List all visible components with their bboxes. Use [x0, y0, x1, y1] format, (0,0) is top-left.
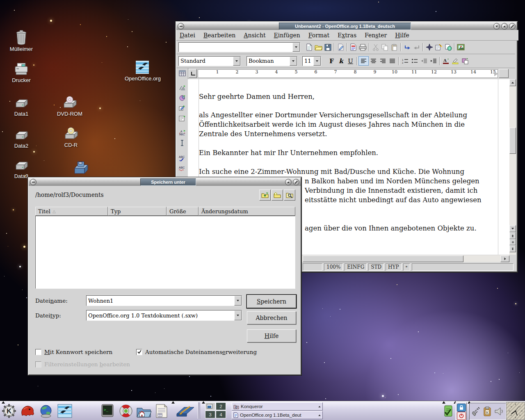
- maximize-button[interactable]: [501, 23, 508, 30]
- menu-extras[interactable]: Extras: [338, 32, 356, 39]
- pager-desktop-2[interactable]: 2: [216, 402, 226, 410]
- pager-desktop-1[interactable]: [205, 402, 215, 410]
- cancel-button[interactable]: Abbrechen: [247, 311, 296, 324]
- menu-datei[interactable]: Datei: [180, 32, 195, 39]
- save-confirm-button[interactable]: Speichern: [247, 295, 296, 308]
- desktop-icon-data3[interactable]: Data3: [4, 160, 39, 179]
- align-right-button[interactable]: [378, 57, 388, 65]
- dialog-close-button[interactable]: [293, 179, 299, 185]
- insert-object-button[interactable]: [178, 94, 187, 102]
- menu-bearbeiten[interactable]: Bearbeiten: [203, 32, 235, 39]
- edit-file-button[interactable]: [336, 43, 345, 52]
- desktop-icon-trash[interactable]: Mülleimer: [4, 29, 39, 52]
- help-button[interactable]: Hilfe: [247, 329, 296, 342]
- minimize-button[interactable]: [493, 23, 500, 30]
- autotext-button[interactable]: AABC: [178, 128, 187, 137]
- file-list[interactable]: Titel△ Typ Größe Änderungsdatum: [35, 207, 295, 289]
- desktop-icon-openoffice[interactable]: OpenOffice.org: [125, 60, 160, 82]
- susewatcher-tray-icon[interactable]: [442, 403, 454, 419]
- status-insert-mode[interactable]: EINFG: [345, 263, 367, 271]
- align-left-button[interactable]: [358, 56, 369, 66]
- browser-globe-button[interactable]: [38, 403, 54, 419]
- pager-desktop-3[interactable]: 3: [205, 411, 215, 418]
- home-folder-launcher[interactable]: [136, 403, 152, 419]
- status-selection-mode[interactable]: STD: [368, 263, 384, 271]
- font-value[interactable]: Bookman: [247, 57, 290, 65]
- clock-applet[interactable]: [506, 402, 525, 420]
- redo-button[interactable]: [412, 43, 421, 52]
- previous-page-button[interactable]: [509, 232, 516, 239]
- paste-button[interactable]: [390, 43, 399, 52]
- kword-launcher[interactable]: [176, 403, 195, 419]
- task-expand-icon[interactable]: [318, 414, 321, 416]
- font-color-button[interactable]: A: [441, 57, 451, 65]
- create-directory-button[interactable]: [272, 189, 283, 201]
- dragon-app-button[interactable]: [19, 403, 35, 419]
- spellcheck-button[interactable]: ABC: [178, 154, 187, 162]
- open-button[interactable]: [314, 43, 323, 52]
- status-zoom[interactable]: 100%: [324, 263, 343, 271]
- fontsize-dropdown-button[interactable]: [313, 57, 321, 66]
- draw-functions-button[interactable]: [178, 104, 187, 112]
- window-menu-button[interactable]: [178, 23, 184, 30]
- url-value[interactable]: [179, 46, 292, 48]
- level-up-button[interactable]: [259, 189, 271, 201]
- insert-section-button[interactable]: [178, 83, 187, 92]
- font-combobox[interactable]: Bookman: [247, 56, 297, 66]
- task-expand-icon[interactable]: [318, 406, 321, 407]
- task-konqueror[interactable]: Konqueror: [232, 402, 323, 411]
- filetype-value[interactable]: OpenOffice.org 1.0 Textdokument (.sxw): [87, 312, 234, 320]
- desktop-icon-printer[interactable]: Drucker: [4, 62, 39, 83]
- filetype-combobox[interactable]: OpenOffice.org 1.0 Textdokument (.sxw): [86, 310, 242, 321]
- save-button[interactable]: [323, 43, 333, 52]
- menu-ansicht[interactable]: Ansicht: [244, 32, 265, 39]
- filetype-dropdown-button[interactable]: [234, 310, 242, 320]
- writer-titlebar[interactable]: Unbenannt2 - OpenOffice.org 1.1Beta_deut…: [176, 22, 517, 30]
- italic-button[interactable]: k: [336, 57, 346, 65]
- close-button[interactable]: [509, 23, 516, 30]
- column-header-titel[interactable]: Titel△: [35, 207, 108, 216]
- auto-extension-checkbox[interactable]: [136, 349, 142, 355]
- horizontal-ruler[interactable]: 123456789101112131415: [188, 68, 509, 79]
- font-dropdown-button[interactable]: [290, 57, 297, 66]
- scroll-down-button[interactable]: [509, 225, 516, 232]
- bullet-list-button[interactable]: [410, 57, 419, 65]
- status-hyperlink-mode[interactable]: HYP: [386, 263, 401, 271]
- applet-handle[interactable]: [171, 401, 175, 404]
- menu-hilfe[interactable]: Hilfe: [395, 32, 409, 39]
- terminal-launcher[interactable]: >_: [99, 403, 116, 419]
- tab-type-button[interactable]: [189, 69, 197, 78]
- next-page-button[interactable]: [509, 245, 516, 252]
- fontsize-value[interactable]: 11: [303, 57, 313, 65]
- applet-handle[interactable]: [202, 401, 205, 404]
- file-list-body[interactable]: [35, 216, 295, 289]
- panel-handle[interactable]: [198, 402, 200, 419]
- stylist-button[interactable]: [434, 43, 443, 52]
- password-checkbox[interactable]: [35, 349, 41, 355]
- vertical-scrollbar[interactable]: [509, 79, 516, 255]
- gallery-button[interactable]: [456, 43, 466, 52]
- align-center-button[interactable]: [369, 57, 378, 65]
- pager-desktop-4[interactable]: 4: [216, 411, 226, 418]
- direct-cursor-button[interactable]: [178, 139, 187, 147]
- horizontal-scroll-thumb[interactable]: [303, 256, 463, 262]
- url-dropdown-button[interactable]: [292, 43, 300, 52]
- increase-indent-button[interactable]: [429, 57, 438, 65]
- new-document-button[interactable]: [304, 43, 314, 52]
- desktop-icon-floppy[interactable]: [64, 159, 99, 177]
- logout-button[interactable]: [457, 412, 466, 420]
- filename-combobox[interactable]: Wohnen1: [86, 295, 242, 306]
- menu-einfuegen[interactable]: Einfügen: [274, 32, 300, 39]
- filename-dropdown-button[interactable]: [234, 296, 242, 306]
- undo-button[interactable]: [402, 43, 412, 52]
- auto-spellcheck-button[interactable]: ABC: [178, 164, 187, 173]
- auto-extension-checkbox-row[interactable]: Automatische Dateinamenserweiterung: [136, 349, 257, 355]
- menu-fenster[interactable]: Fenster: [365, 32, 387, 39]
- right-margin-marker[interactable]: [494, 71, 498, 76]
- dialog-menu-button[interactable]: [30, 179, 37, 185]
- notes-launcher[interactable]: [154, 403, 169, 419]
- password-checkbox-row[interactable]: Mit Kennwort speichern: [35, 349, 112, 355]
- underline-button[interactable]: U: [346, 57, 355, 65]
- style-value[interactable]: Standard: [179, 57, 233, 65]
- hyperlink-button[interactable]: [443, 43, 453, 52]
